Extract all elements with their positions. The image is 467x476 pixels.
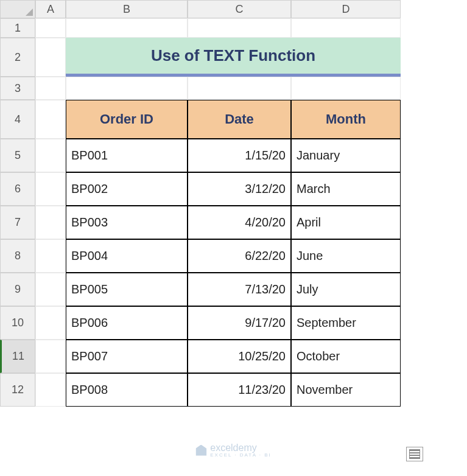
- row-header-10[interactable]: 10: [0, 306, 35, 340]
- table-cell-id[interactable]: BP006: [66, 306, 188, 340]
- cell-b1[interactable]: [66, 18, 188, 38]
- cell-a3[interactable]: [35, 77, 66, 100]
- cell-a8[interactable]: [35, 239, 66, 273]
- table-cell-id[interactable]: BP002: [66, 172, 188, 206]
- table-cell-id[interactable]: BP007: [66, 340, 188, 373]
- table-cell-date[interactable]: 11/23/20: [188, 373, 291, 407]
- row-header-12[interactable]: 12: [0, 373, 35, 407]
- cell-a4[interactable]: [35, 100, 66, 139]
- cell-a6[interactable]: [35, 172, 66, 206]
- select-all-corner[interactable]: [0, 0, 35, 18]
- col-header-d[interactable]: D: [291, 0, 401, 18]
- cell-b3[interactable]: [66, 77, 188, 100]
- col-header-c[interactable]: C: [188, 0, 291, 18]
- table-cell-date[interactable]: 4/20/20: [188, 206, 291, 239]
- cell-c3[interactable]: [188, 77, 291, 100]
- row-header-11[interactable]: 11: [0, 340, 35, 373]
- cell-a5[interactable]: [35, 139, 66, 172]
- table-cell-date[interactable]: 3/12/20: [188, 172, 291, 206]
- cell-a9[interactable]: [35, 273, 66, 306]
- table-cell-month[interactable]: April: [291, 206, 401, 239]
- cell-d1[interactable]: [291, 18, 401, 38]
- row-header-1[interactable]: 1: [0, 18, 35, 38]
- table-cell-id[interactable]: BP003: [66, 206, 188, 239]
- table-cell-month[interactable]: July: [291, 273, 401, 306]
- row-header-9[interactable]: 9: [0, 273, 35, 306]
- cell-a1[interactable]: [35, 18, 66, 38]
- table-cell-month[interactable]: March: [291, 172, 401, 206]
- cell-a7[interactable]: [35, 206, 66, 239]
- table-cell-id[interactable]: BP005: [66, 273, 188, 306]
- table-cell-date[interactable]: 10/25/20: [188, 340, 291, 373]
- watermark-brand: exceldemy: [210, 443, 256, 453]
- spreadsheet-grid: A B C D 1 2 Use of TEXT Function 3 4 Ord…: [0, 0, 467, 407]
- table-cell-month[interactable]: June: [291, 239, 401, 273]
- paste-options-icon[interactable]: [406, 447, 423, 461]
- table-cell-id[interactable]: BP004: [66, 239, 188, 273]
- table-cell-id[interactable]: BP001: [66, 139, 188, 172]
- table-header-date[interactable]: Date: [188, 100, 291, 139]
- watermark-text: exceldemy EXCEL · DATA · BI: [210, 443, 272, 458]
- cell-d3[interactable]: [291, 77, 401, 100]
- cell-a11[interactable]: [35, 340, 66, 373]
- table-cell-date[interactable]: 6/22/20: [188, 239, 291, 273]
- row-header-5[interactable]: 5: [0, 139, 35, 172]
- table-header-month[interactable]: Month: [291, 100, 401, 139]
- table-cell-date[interactable]: 7/13/20: [188, 273, 291, 306]
- cell-a12[interactable]: [35, 373, 66, 407]
- table-cell-month[interactable]: January: [291, 139, 401, 172]
- table-cell-date[interactable]: 1/15/20: [188, 139, 291, 172]
- col-header-b[interactable]: B: [66, 0, 188, 18]
- table-cell-date[interactable]: 9/17/20: [188, 306, 291, 340]
- table-cell-month[interactable]: November: [291, 373, 401, 407]
- row-header-7[interactable]: 7: [0, 206, 35, 239]
- row-header-8[interactable]: 8: [0, 239, 35, 273]
- row-header-6[interactable]: 6: [0, 172, 35, 206]
- table-cell-month[interactable]: October: [291, 340, 401, 373]
- row-header-3[interactable]: 3: [0, 77, 35, 100]
- table-cell-id[interactable]: BP008: [66, 373, 188, 407]
- row-header-2[interactable]: 2: [0, 38, 35, 77]
- watermark: exceldemy EXCEL · DATA · BI: [195, 443, 272, 458]
- col-header-a[interactable]: A: [35, 0, 66, 18]
- cell-a2[interactable]: [35, 38, 66, 77]
- cell-a10[interactable]: [35, 306, 66, 340]
- page-title[interactable]: Use of TEXT Function: [66, 38, 401, 77]
- table-header-orderid[interactable]: Order ID: [66, 100, 188, 139]
- watermark-tagline: EXCEL · DATA · BI: [210, 452, 272, 458]
- watermark-logo-icon: [195, 445, 206, 456]
- cell-c1[interactable]: [188, 18, 291, 38]
- table-cell-month[interactable]: September: [291, 306, 401, 340]
- row-header-4[interactable]: 4: [0, 100, 35, 139]
